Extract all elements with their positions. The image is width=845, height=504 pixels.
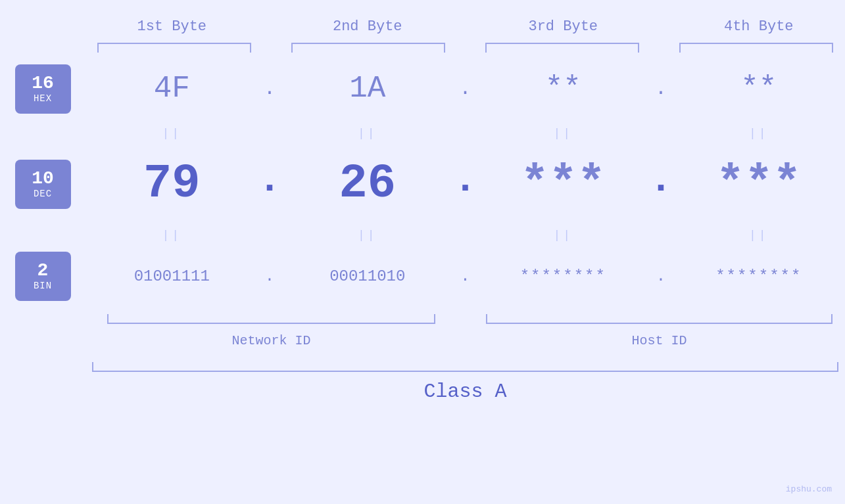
bin-val-3: ******** xyxy=(477,267,650,285)
byte-label-2: 2nd Byte xyxy=(281,18,454,35)
hex-val-1: 4F xyxy=(85,72,258,106)
hex-row: 16 HEX 4F . 1A . ** . ** xyxy=(0,56,845,122)
bin-badge: 2 BIN xyxy=(15,252,71,301)
hex-val-3: ** xyxy=(477,72,650,106)
main-container: 1st Byte 2nd Byte 3rd Byte 4th Byte xyxy=(0,0,845,504)
bottom-brackets xyxy=(0,311,845,327)
dec-val-2: 26 xyxy=(281,157,454,211)
network-id-label: Network ID xyxy=(231,333,310,348)
bottom-bracket-network xyxy=(107,314,436,324)
byte-label-3: 3rd Byte xyxy=(477,18,650,35)
bracket-2 xyxy=(291,43,445,53)
dec-val-4: *** xyxy=(673,157,846,211)
watermark: ipshu.com xyxy=(786,484,832,494)
dec-val-3: *** xyxy=(477,157,650,211)
bracket-1 xyxy=(97,43,251,53)
id-labels-row: Network ID Host ID xyxy=(0,327,845,354)
byte-labels: 1st Byte 2nd Byte 3rd Byte 4th Byte xyxy=(85,18,845,35)
byte-label-4: 4th Byte xyxy=(673,18,846,35)
dec-val-1: 79 xyxy=(85,157,258,211)
hex-val-4: ** xyxy=(673,72,846,106)
bin-row: 2 BIN 01001111 . 00011010 . ******** . xyxy=(0,246,845,306)
class-bracket xyxy=(92,362,838,372)
bin-val-4: ******** xyxy=(673,267,846,285)
sep-row-2: || || || || xyxy=(0,223,845,246)
bin-val-2: 00011010 xyxy=(281,267,454,285)
hex-val-2: 1A xyxy=(281,72,454,106)
sep-row-1: || || || || xyxy=(0,122,845,145)
bracket-3 xyxy=(485,43,639,53)
bin-val-1: 01001111 xyxy=(85,267,258,285)
bracket-4 xyxy=(679,43,833,53)
bottom-bracket-host xyxy=(486,314,833,324)
header-row: 1st Byte 2nd Byte 3rd Byte 4th Byte xyxy=(0,0,845,39)
dec-row: 10 DEC 79 . 26 . *** . *** xyxy=(0,145,845,223)
class-label-row: Class A xyxy=(0,375,845,408)
dec-badge: 10 DEC xyxy=(15,160,71,209)
top-brackets xyxy=(0,39,845,56)
host-id-label: Host ID xyxy=(631,333,687,348)
class-label: Class A xyxy=(423,380,506,403)
class-bracket-row xyxy=(0,359,845,375)
byte-label-1: 1st Byte xyxy=(85,18,258,35)
hex-badge: 16 HEX xyxy=(15,64,71,114)
